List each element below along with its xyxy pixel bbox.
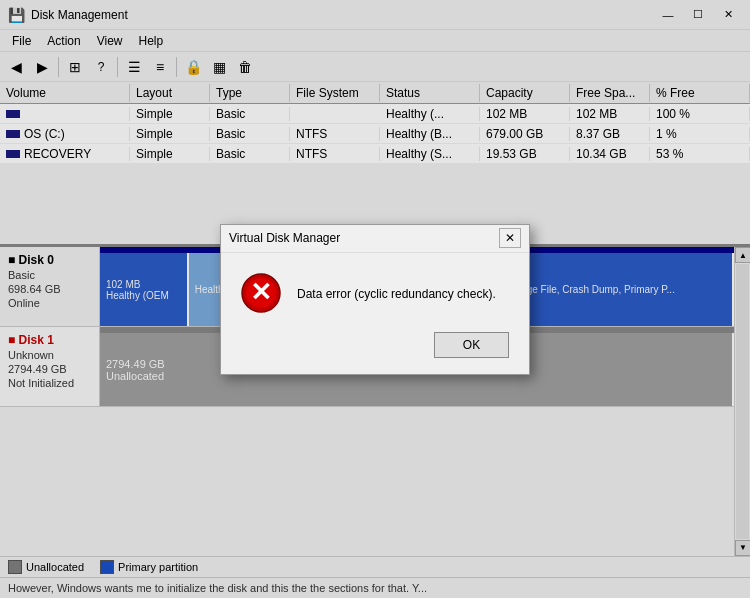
modal-close-button[interactable]: ✕ bbox=[499, 228, 521, 248]
error-icon: ✕ bbox=[241, 273, 281, 316]
modal-titlebar: Virtual Disk Manager ✕ bbox=[221, 225, 529, 253]
modal-title: Virtual Disk Manager bbox=[229, 231, 499, 245]
modal-overlay: Virtual Disk Manager ✕ ✕ Data error (cyc… bbox=[0, 0, 750, 598]
ok-button[interactable]: OK bbox=[434, 332, 509, 358]
modal-dialog: Virtual Disk Manager ✕ ✕ Data error (cyc… bbox=[220, 224, 530, 375]
svg-text:✕: ✕ bbox=[250, 277, 272, 307]
modal-body: ✕ Data error (cyclic redundancy check). bbox=[221, 253, 529, 332]
modal-footer: OK bbox=[221, 332, 529, 374]
modal-message: Data error (cyclic redundancy check). bbox=[297, 287, 496, 301]
